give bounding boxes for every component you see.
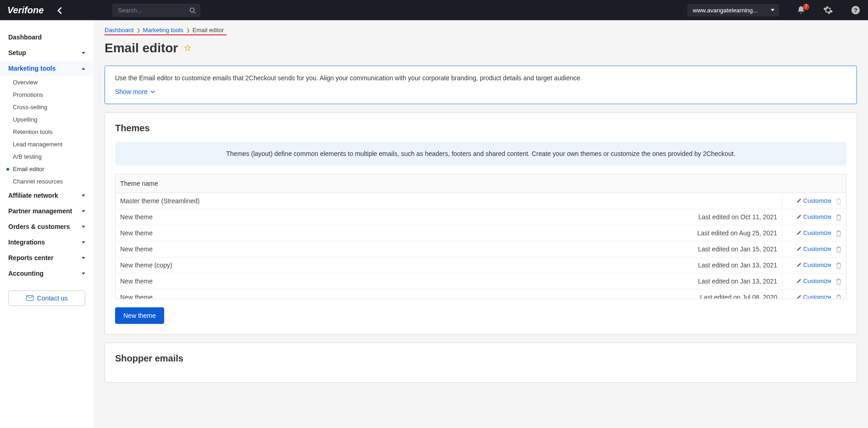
sidebar-subitem-email-editor[interactable]: Email editor (0, 163, 94, 175)
notifications-icon[interactable]: 7 (796, 6, 806, 15)
chevron-down-icon (82, 52, 85, 54)
theme-last-edited: Last edited on Oct 11, 2021 (667, 209, 782, 225)
customize-link[interactable]: Customize (796, 294, 831, 299)
top-bar: Verifone www.avangatelearning... 7 ? (0, 0, 868, 20)
customize-link[interactable]: Customize (796, 278, 831, 284)
customize-link[interactable]: Customize (796, 229, 831, 236)
sidebar-subitem-cross-selling[interactable]: Cross-selling (0, 101, 94, 113)
chevron-up-icon (82, 67, 85, 70)
sidebar-item-affiliate-network[interactable]: Affiliate network (0, 188, 94, 203)
sidebar-item-label: Accounting (8, 270, 44, 277)
theme-name: New theme (116, 273, 667, 289)
customize-link[interactable]: Customize (796, 197, 831, 204)
theme-name: Master theme (Streamlined) (116, 193, 667, 209)
chevron-down-icon (82, 226, 85, 228)
chevron-right-icon: ❯ (186, 28, 190, 33)
sidebar-item-setup[interactable]: Setup (0, 45, 94, 61)
main-content: Dashboard ❯ Marketing tools ❯ Email edit… (94, 20, 868, 401)
settings-icon[interactable] (823, 5, 833, 15)
customize-link[interactable]: Customize (796, 261, 831, 268)
theme-actions: Customize (782, 290, 846, 299)
theme-actions: Customize (782, 210, 846, 224)
customize-label: Customize (803, 213, 831, 220)
favorite-star-icon[interactable] (183, 44, 192, 53)
breadcrumb-marketing-tools[interactable]: Marketing tools (143, 27, 183, 33)
search-icon[interactable] (189, 6, 196, 14)
sidebar-item-label: Partner management (8, 207, 72, 215)
sidebar-item-dashboard[interactable]: Dashboard (0, 29, 94, 45)
delete-icon[interactable] (836, 278, 841, 285)
sidebar-subitem-lead-management[interactable]: Lead management (0, 138, 94, 150)
sidebar-subitem-promotions[interactable]: Promotions (0, 89, 94, 101)
theme-row: New themeLast edited on Jul 08, 2020Cust… (116, 289, 846, 299)
customize-link[interactable]: Customize (796, 213, 831, 220)
sidebar-item-label: Affiliate network (8, 192, 58, 199)
sidebar-item-accounting[interactable]: Accounting (0, 266, 94, 281)
help-icon[interactable]: ? (851, 5, 861, 15)
page-title-row: Email editor (105, 41, 857, 56)
delete-icon[interactable] (836, 245, 841, 253)
show-more-link[interactable]: Show more (115, 88, 155, 95)
theme-row: New themeLast edited on Aug 25, 2021Cust… (116, 225, 846, 241)
info-text: Use the Email editor to customize emails… (115, 74, 846, 82)
sidebar-subitem-a-b-testing[interactable]: A/B testing (0, 150, 94, 163)
sidebar-item-marketing-tools[interactable]: Marketing tools (0, 61, 94, 76)
theme-actions: Customize (782, 258, 846, 272)
sidebar-subitem-upselling[interactable]: Upselling (0, 113, 94, 126)
chevron-down-icon (82, 241, 85, 244)
sidebar-item-partner-management[interactable]: Partner management (0, 203, 94, 219)
delete-icon[interactable] (836, 213, 841, 221)
search-input[interactable] (112, 4, 200, 17)
theme-row: New themeLast edited on Jan 15, 2021Cust… (116, 241, 846, 257)
contact-us-button[interactable]: Contact us (8, 290, 85, 306)
theme-last-edited: Last edited on Jan 13, 2021 (667, 273, 782, 289)
sidebar-item-orders-customers[interactable]: Orders & customers (0, 219, 94, 234)
theme-name: New theme (copy) (116, 257, 667, 273)
sidebar-subitem-channel-resources[interactable]: Channel resources (0, 175, 94, 188)
svg-point-0 (190, 8, 194, 12)
pencil-icon (796, 278, 802, 283)
sidebar-item-label: Orders & customers (8, 223, 70, 230)
account-selector[interactable]: www.avangatelearning... (687, 4, 779, 17)
themes-table-body[interactable]: Master theme (Streamlined)CustomizeNew t… (116, 193, 846, 299)
search-wrapper (112, 4, 200, 17)
breadcrumb-dashboard[interactable]: Dashboard (105, 27, 134, 33)
customize-link[interactable]: Customize (796, 245, 831, 252)
svg-text:?: ? (854, 7, 857, 14)
mail-icon (26, 295, 33, 301)
sidebar-item-integrations[interactable]: Integrations (0, 234, 94, 250)
sidebar-subitem-overview[interactable]: Overview (0, 76, 94, 89)
chevron-down-icon (82, 257, 85, 259)
delete-icon (836, 197, 841, 205)
chevron-down-icon (82, 195, 85, 197)
back-icon[interactable] (57, 6, 62, 14)
delete-icon[interactable] (836, 229, 841, 237)
chevron-down-icon (82, 210, 85, 212)
theme-last-edited: Last edited on Jan 15, 2021 (667, 241, 782, 257)
themes-title: Themes (115, 123, 846, 133)
show-more-label: Show more (115, 88, 148, 95)
themes-table-header: Theme name (116, 174, 846, 193)
themes-table: Theme name Master theme (Streamlined)Cus… (115, 174, 846, 299)
theme-name: New theme (116, 289, 667, 299)
customize-label: Customize (803, 245, 831, 252)
pencil-icon (796, 295, 802, 299)
page-title: Email editor (105, 41, 178, 56)
sidebar-subitem-retention-tools[interactable]: Retention tools (0, 126, 94, 138)
pencil-icon (796, 246, 802, 251)
theme-actions: Customize (782, 274, 846, 288)
sidebar-item-label: Integrations (8, 239, 45, 246)
sidebar-item-reports-center[interactable]: Reports center (0, 250, 94, 266)
customize-label: Customize (803, 278, 831, 284)
customize-label: Customize (803, 197, 831, 204)
sidebar: DashboardSetupMarketing toolsOverviewPro… (0, 20, 94, 401)
themes-panel: Themes Themes (layout) define common ele… (105, 112, 857, 334)
svg-line-1 (194, 12, 195, 13)
delete-icon[interactable] (836, 294, 841, 299)
theme-last-edited (667, 197, 782, 205)
theme-row: New themeLast edited on Jan 13, 2021Cust… (116, 273, 846, 289)
new-theme-button[interactable]: New theme (115, 307, 164, 324)
customize-label: Customize (803, 229, 831, 236)
info-box: Use the Email editor to customize emails… (105, 66, 857, 104)
delete-icon[interactable] (836, 261, 841, 269)
